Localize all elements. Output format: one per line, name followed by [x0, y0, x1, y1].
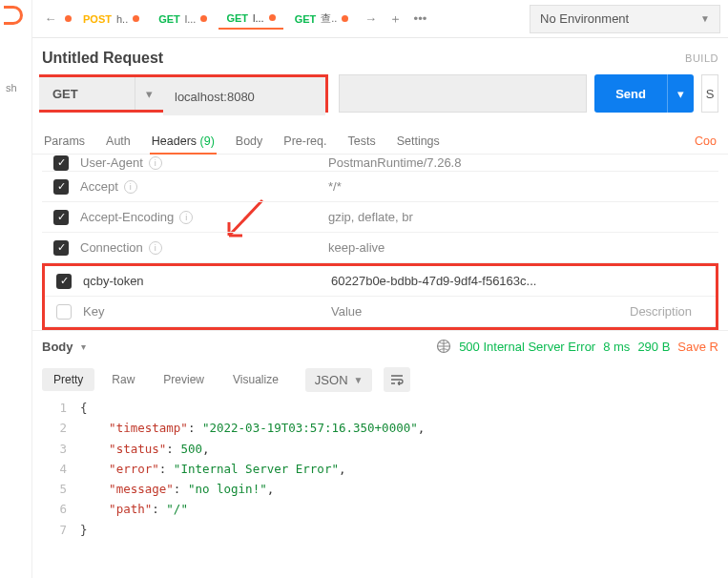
nav-forward-button[interactable]: →	[360, 9, 381, 30]
header-value: PostmanRuntime/7.26.8	[328, 155, 718, 170]
view-pretty[interactable]: Pretty	[42, 368, 94, 391]
send-dropdown-button[interactable]: ▾	[667, 74, 694, 113]
app-sidebar: sh	[0, 0, 32, 578]
tab-prereq[interactable]: Pre-req.	[281, 129, 328, 154]
header-row[interactable]: ✓ User-Agent i PostmanRuntime/7.26.8	[42, 155, 718, 172]
header-value-input[interactable]: Value	[331, 304, 630, 319]
tab-tests[interactable]: Tests	[345, 129, 377, 154]
response-body-label[interactable]: Body	[42, 340, 73, 354]
environment-selected: No Environment	[540, 11, 629, 26]
header-row[interactable]: ✓ Accept i */*	[42, 172, 718, 202]
view-raw[interactable]: Raw	[100, 368, 146, 391]
unsaved-dot-icon	[269, 14, 276, 21]
header-row[interactable]: ✓ qcby-token 60227b0e-bdbb-47d9-9df4-f56…	[45, 266, 716, 297]
tab-headers-label: Headers	[152, 134, 197, 148]
response-view-tabs: Pretty Raw Preview Visualize JSON ▼	[32, 361, 728, 398]
header-row[interactable]: ✓ Connection i keep-alive	[42, 233, 718, 263]
tab-2[interactable]: GET l...	[218, 9, 282, 30]
info-icon: i	[149, 241, 162, 255]
save-response-button[interactable]: Save R	[677, 340, 718, 354]
view-visualize[interactable]: Visualize	[221, 368, 290, 391]
send-label: Send	[615, 87, 646, 101]
environment-select[interactable]: No Environment ▼	[530, 5, 720, 33]
tab-overflow-button[interactable]: •••	[409, 9, 430, 30]
unsaved-dot-icon	[133, 15, 139, 22]
header-value[interactable]: 60227b0e-bdbb-47d9-9df4-f56163c...	[331, 274, 716, 288]
format-label: JSON	[315, 373, 348, 387]
header-value: */*	[328, 179, 718, 194]
header-key[interactable]: qcby-token	[83, 274, 331, 288]
tab-method: GET	[226, 12, 248, 24]
send-button[interactable]: Send	[594, 74, 667, 113]
tab-method: GET	[158, 13, 180, 25]
header-row[interactable]: ✓ Accept-Encoding i gzip, deflate, br	[42, 202, 718, 233]
unsaved-dot-icon	[200, 15, 207, 22]
tab-auth[interactable]: Auth	[104, 129, 133, 154]
header-key: Accept i	[80, 179, 328, 194]
row-checkbox[interactable]: ✓	[56, 274, 72, 289]
header-key-input[interactable]: Key	[83, 304, 331, 319]
chevron-down-icon[interactable]: ▾	[135, 77, 163, 110]
header-row-new[interactable]: Key Value Description	[45, 297, 716, 327]
request-title[interactable]: Untitled Request	[42, 50, 163, 67]
header-key: User-Agent i	[80, 155, 328, 170]
tab-1[interactable]: GET l...	[151, 10, 215, 29]
request-title-bar: Untitled Request BUILD	[32, 38, 728, 74]
tab-settings[interactable]: Settings	[395, 129, 442, 154]
info-icon: i	[149, 156, 162, 170]
url-input[interactable]: localhost:8080	[163, 77, 325, 115]
tab-method: GET	[295, 13, 317, 25]
header-value: keep-alive	[328, 240, 718, 255]
unsaved-dot-icon	[65, 15, 72, 22]
nav-back-button[interactable]: ←	[40, 9, 61, 30]
header-value: gzip, deflate, br	[328, 210, 718, 224]
header-key: Connection i	[80, 240, 328, 255]
annotation-highlight: ✓ qcby-token 60227b0e-bdbb-47d9-9df4-f56…	[42, 263, 718, 330]
row-checkbox[interactable]: ✓	[53, 240, 69, 256]
http-method-select[interactable]: GET	[39, 77, 135, 110]
request-url-row: GET ▾ localhost:8080 Send ▾ S	[32, 74, 728, 122]
request-subtabs: Params Auth Headers (9) Body Pre-req. Te…	[32, 122, 728, 155]
response-time: 8 ms	[603, 340, 630, 354]
row-checkbox[interactable]: ✓	[53, 155, 69, 171]
sidebar-history-label: sh	[6, 82, 31, 93]
tab-label: h..	[116, 13, 128, 25]
tab-label: 查..	[321, 11, 337, 26]
header-desc-input[interactable]: Description	[630, 304, 716, 319]
row-checkbox[interactable]	[56, 304, 72, 320]
chevron-down-icon: ▼	[354, 375, 364, 385]
url-input-extension[interactable]	[339, 74, 587, 113]
tab-body[interactable]: Body	[234, 129, 265, 154]
info-icon: i	[179, 211, 193, 224]
tab-0[interactable]: POST h..	[75, 10, 147, 29]
cookies-link[interactable]: Coo	[693, 129, 718, 154]
chevron-down-icon[interactable]: ▾	[81, 341, 86, 352]
build-label[interactable]: BUILD	[685, 52, 718, 64]
save-button[interactable]: S	[701, 74, 718, 113]
send-button-group: Send ▾	[594, 74, 694, 113]
response-size: 290 B	[637, 340, 670, 354]
url-value: localhost:8080	[175, 90, 255, 104]
row-checkbox[interactable]: ✓	[53, 179, 69, 195]
header-key: Accept-Encoding i	[80, 210, 328, 224]
postman-logo-icon	[4, 6, 23, 25]
tab-3[interactable]: GET 查..	[287, 8, 357, 30]
globe-icon[interactable]	[436, 339, 451, 354]
row-checkbox[interactable]: ✓	[53, 210, 69, 225]
view-preview[interactable]: Preview	[152, 368, 216, 391]
chevron-down-icon: ▼	[700, 13, 710, 24]
http-method-value: GET	[52, 87, 78, 101]
wrap-lines-button[interactable]	[384, 367, 410, 392]
format-select[interactable]: JSON ▼	[305, 368, 373, 392]
tab-headers[interactable]: Headers (9)	[150, 129, 217, 154]
headers-table: ✓ User-Agent i PostmanRuntime/7.26.8 ✓ A…	[32, 155, 728, 330]
new-tab-button[interactable]: ＋	[385, 9, 406, 30]
top-tab-bar: ← POST h.. GET l... GET l... GET 查..	[32, 0, 728, 38]
response-body-code[interactable]: 1{ 2 "timestamp": "2022-03-19T03:57:16.3…	[32, 398, 728, 540]
tab-method: POST	[83, 13, 112, 25]
tab-params[interactable]: Params	[42, 129, 87, 154]
response-status: 500 Internal Server Error	[459, 340, 595, 354]
headers-count: (9)	[200, 134, 215, 148]
tab-label: l...	[185, 13, 197, 25]
info-icon: i	[124, 180, 137, 194]
